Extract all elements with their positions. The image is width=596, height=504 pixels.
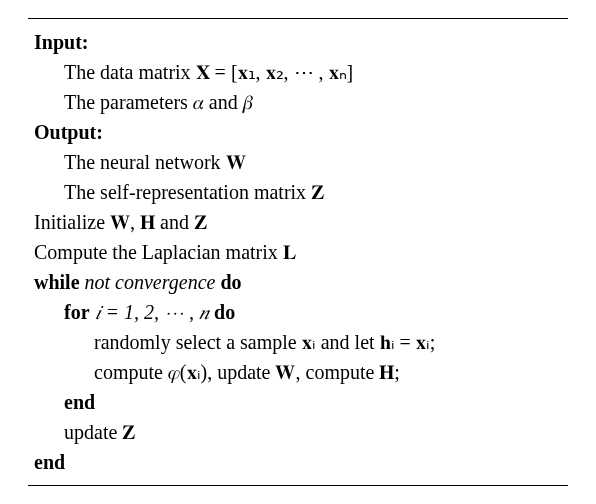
update-z-line: update 𝐙 <box>34 417 562 447</box>
output-line-2: The self-representation matrix 𝐙 <box>34 177 562 207</box>
do-keyword: do <box>220 271 241 293</box>
compute-laplacian-line: Compute the Laplacian matrix 𝐋 <box>34 237 562 267</box>
input-line-1: The data matrix 𝐗 = [𝐱₁, 𝐱₂, ⋯ , 𝐱ₙ] <box>34 57 562 87</box>
bottom-rule <box>28 485 568 486</box>
while-keyword: while <box>34 271 80 293</box>
body-line-1: randomly select a sample 𝐱ᵢ and let 𝐡ᵢ =… <box>34 327 562 357</box>
body-line-2: compute 𝜑(𝐱ᵢ), update 𝐖, compute 𝐇; <box>34 357 562 387</box>
for-line: for 𝑖 = 1, 2, ⋯ , 𝑛 do <box>34 297 562 327</box>
for-do-keyword: do <box>214 301 235 323</box>
algorithm-block: Input: The data matrix 𝐗 = [𝐱₁, 𝐱₂, ⋯ , … <box>28 19 568 485</box>
input-line-2: The parameters 𝛼 and 𝛽 <box>34 87 562 117</box>
output-header: Output: <box>34 117 562 147</box>
end-while: end <box>34 447 562 477</box>
end-for: end <box>34 387 562 417</box>
output-line-1: The neural network 𝐖 <box>34 147 562 177</box>
while-condition: not convergence <box>80 271 221 293</box>
for-expression: 𝑖 = 1, 2, ⋯ , 𝑛 <box>90 301 215 323</box>
input-header: Input: <box>34 27 562 57</box>
initialize-line: Initialize 𝐖, 𝐇 and 𝐙 <box>34 207 562 237</box>
for-keyword: for <box>64 301 90 323</box>
while-line: while not convergence do <box>34 267 562 297</box>
